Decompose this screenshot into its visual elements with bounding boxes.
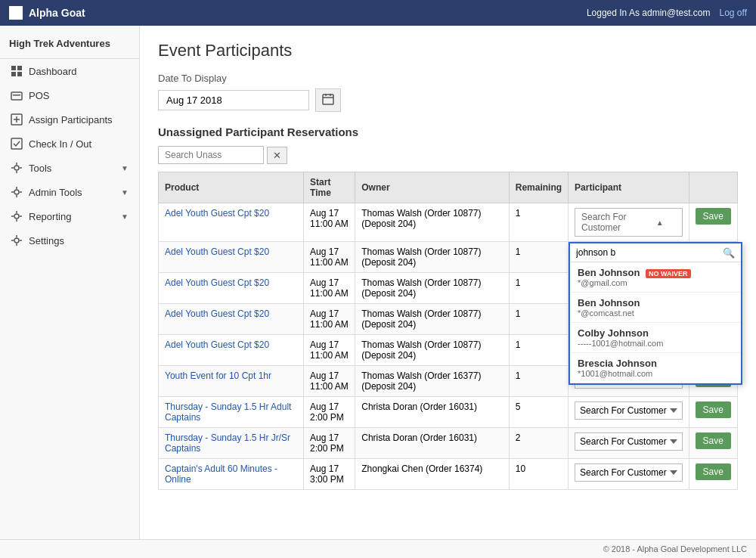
date-section-label: Date To Display [158, 73, 738, 84]
sidebar-item-dashboard[interactable]: Dashboard [0, 59, 139, 83]
result-name: Ben Johnson NO WAIVER [578, 267, 733, 278]
owner-cell: Thomas Walsh (Order 10877) (Deposit 204) [355, 273, 509, 304]
assign-label: Assign Participants [29, 114, 113, 126]
sidebar-item-checkin[interactable]: Check In / Out [0, 132, 139, 156]
start-time-cell: Aug 1711:00 AM [304, 203, 355, 242]
product-cell: Adel Youth Guest Cpt $20 [159, 203, 304, 242]
settings-label: Settings [29, 235, 64, 246]
calendar-button[interactable] [315, 88, 341, 112]
sidebar-item-reporting[interactable]: Reporting ▼ [0, 204, 139, 228]
owner-cell: Thomas Walsh (Order 10877) (Deposit 204) [355, 304, 509, 335]
start-time-cell: Aug 173:00 PM [304, 459, 355, 490]
settings-icon [11, 234, 23, 246]
product-cell: Captain's Adult 60 Minutes - Online [159, 459, 304, 490]
product-link[interactable]: Thursday - Sunday 1.5 Hr Jr/Sr Captains [165, 432, 290, 454]
result-name: Brescia Johnson [578, 358, 733, 369]
search-result-item[interactable]: Ben Johnson NO WAIVER *@gmail.com [570, 262, 741, 293]
page-title: Event Participants [158, 41, 738, 60]
logged-in-text: Logged In As admin@test.com [587, 8, 711, 18]
search-bar-row: ✕ [158, 146, 738, 164]
date-row [158, 88, 738, 112]
svg-rect-9 [11, 138, 22, 149]
participant-select[interactable]: Search For Customer [575, 432, 683, 451]
col-product: Product [159, 172, 304, 203]
product-link[interactable]: Adel Youth Guest Cpt $20 [165, 277, 269, 288]
remaining-cell: 5 [509, 397, 568, 428]
unassigned-section-title: Unassigned Participant Reservations [158, 126, 738, 138]
save-button[interactable]: Save [696, 463, 731, 480]
start-time-cell: Aug 172:00 PM [304, 397, 355, 428]
product-link[interactable]: Adel Youth Guest Cpt $20 [165, 339, 269, 350]
owner-cell: Thomas Walsh (Order 10877) (Deposit 204) [355, 242, 509, 273]
remaining-cell: 1 [509, 203, 568, 242]
save-button[interactable]: Save [696, 432, 731, 449]
remaining-cell: 1 [509, 304, 568, 335]
sidebar-item-admin[interactable]: Admin Tools ▼ [0, 180, 139, 204]
result-name: Colby Johnson [578, 327, 733, 339]
owner-cell: Christa Doran (Order 16031) [355, 397, 509, 428]
start-time-cell: Aug 1711:00 AM [304, 304, 355, 335]
sidebar-item-tools[interactable]: Tools ▼ [0, 156, 139, 180]
participant-select[interactable]: Search For Customer [575, 463, 683, 482]
sidebar-item-pos[interactable]: POS [0, 83, 139, 107]
table-row: Adel Youth Guest Cpt $20 Aug 1711:00 AM … [159, 203, 738, 242]
participant-select[interactable]: Search For Customer [575, 401, 683, 420]
table-row: Adel Youth Guest Cpt $20 Aug 1711:00 AM … [159, 242, 738, 273]
pos-label: POS [29, 90, 49, 101]
action-cell: Save [689, 428, 737, 459]
participant-cell: Search For Customer [569, 397, 689, 428]
search-result-item[interactable]: Brescia Johnson *1001@hotmail.com [570, 353, 741, 383]
admin-label: Admin Tools [29, 187, 82, 198]
search-submit-button[interactable]: 🔍 [717, 244, 741, 262]
product-link[interactable]: Adel Youth Guest Cpt $20 [165, 208, 269, 219]
product-cell: Youth Event for 10 Cpt 1hr [159, 366, 304, 397]
admin-arrow: ▼ [121, 188, 129, 197]
product-link[interactable]: Captain's Adult 60 Minutes - Online [165, 463, 277, 485]
result-email: *1001@hotmail.com [578, 369, 733, 378]
result-email: *@comcast.net [578, 308, 733, 318]
owner-cell: Christa Doran (Order 16031) [355, 428, 509, 459]
search-result-item[interactable]: Ben Johnson *@comcast.net [570, 293, 741, 323]
search-results-list: Ben Johnson NO WAIVER *@gmail.com Ben Jo… [570, 262, 741, 383]
reporting-label: Reporting [29, 211, 71, 222]
participant-dropdown-1: Search For Customer ▲ [575, 208, 683, 237]
remaining-cell: 1 [509, 335, 568, 366]
product-cell: Adel Youth Guest Cpt $20 [159, 304, 304, 335]
product-link[interactable]: Youth Event for 10 Cpt 1hr [165, 370, 271, 381]
search-unassigned-input[interactable] [158, 146, 264, 164]
product-link[interactable]: Thursday - Sunday 1.5 Hr Adult Captains [165, 401, 291, 423]
svg-rect-3 [17, 72, 22, 76]
app-logo [9, 6, 23, 20]
logoff-link[interactable]: Log off [720, 8, 747, 18]
search-dropdown-expanded: 🔍 Ben Johnson NO WAIVER *@gmail.com [569, 242, 742, 385]
date-input[interactable] [158, 90, 309, 110]
start-time-cell: Aug 1711:00 AM [304, 335, 355, 366]
no-waiver-badge: NO WAIVER [646, 269, 691, 278]
col-remaining: Remaining [509, 172, 568, 203]
remaining-cell: 10 [509, 459, 568, 490]
clear-search-button[interactable]: ✕ [267, 147, 287, 164]
top-bar-right: Logged In As admin@test.com Log off [587, 8, 747, 18]
save-button[interactable]: Save [696, 208, 731, 225]
save-button[interactable]: Save [696, 401, 731, 418]
result-name: Ben Johnson [578, 297, 733, 308]
product-link[interactable]: Adel Youth Guest Cpt $20 [165, 308, 269, 319]
table-row: Thursday - Sunday 1.5 Hr Adult Captains … [159, 397, 738, 428]
participant-trigger-1[interactable]: Search For Customer ▲ [575, 208, 683, 237]
tools-label: Tools [29, 163, 51, 174]
dropdown-arrow: ▲ [656, 219, 664, 227]
participants-table: Product Start Time Owner Remaining Parti… [158, 172, 738, 490]
pos-icon [11, 89, 23, 101]
action-cell: Save [689, 397, 737, 428]
footer-text: © 2018 - Alpha Goal Development LLC [603, 544, 747, 553]
sidebar-item-settings[interactable]: Settings [0, 228, 139, 253]
svg-rect-2 [11, 72, 16, 76]
participant-cell-expanded: 🔍 Ben Johnson NO WAIVER *@gmail.com [569, 242, 689, 273]
sidebar-item-assign[interactable]: Assign Participants [0, 107, 139, 132]
search-customer-input[interactable] [570, 243, 717, 262]
product-link[interactable]: Adel Youth Guest Cpt $20 [165, 246, 269, 257]
owner-cell: Thomas Walsh (Order 16377) (Deposit 204) [355, 366, 509, 397]
start-time-cell: Aug 1711:00 AM [304, 242, 355, 273]
search-result-item[interactable]: Colby Johnson -----1001@hotmail.com [570, 323, 741, 353]
search-input-row: 🔍 [570, 243, 741, 262]
